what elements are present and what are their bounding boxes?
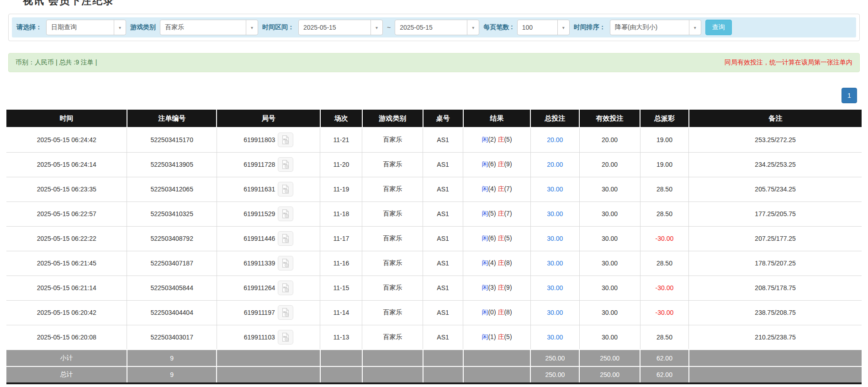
video-file-icon <box>281 307 291 318</box>
video-replay-button[interactable] <box>278 207 293 221</box>
table-row: 2025-05-15 06:22:22 522503408792 6199114… <box>6 226 862 251</box>
cell-round-id: 619911264 <box>217 276 320 300</box>
cell-round-id: 619911803 <box>217 127 320 152</box>
round-id-text: 619911728 <box>243 161 275 168</box>
total-bet-link[interactable]: 30.00 <box>547 309 563 316</box>
result-banker-label: 庄 <box>498 333 504 340</box>
cell-table-no: AS1 <box>423 226 463 251</box>
result-player-label: 闲 <box>482 308 488 316</box>
total-bet-link[interactable]: 30.00 <box>547 235 563 242</box>
cell-remark: 177.25/205.75 <box>689 201 862 226</box>
header-round-id: 局号 <box>217 109 320 127</box>
video-file-icon <box>281 209 291 219</box>
result-player-score: (4) <box>488 259 496 266</box>
header-table-no: 桌号 <box>423 109 463 127</box>
cell-round-id: 619911728 <box>217 152 320 177</box>
total-bet-link[interactable]: 20.00 <box>547 161 563 168</box>
result-banker-score: (5) <box>504 136 512 143</box>
round-id-text: 619911103 <box>244 334 275 341</box>
video-replay-button[interactable] <box>278 182 293 196</box>
cell-table-no: AS1 <box>423 251 463 276</box>
cell-time: 2025-05-15 06:23:35 <box>6 177 127 201</box>
cell-result: 闲(5) 庄(7) <box>463 201 531 226</box>
query-button[interactable]: 查询 <box>705 20 732 35</box>
header-payout: 总派彩 <box>640 109 689 127</box>
cell-bet-id: 522503405844 <box>127 276 217 300</box>
video-replay-button[interactable] <box>278 281 293 295</box>
cell-result: 闲(6) 庄(5) <box>463 226 531 251</box>
cell-payout: 28.50 <box>640 201 689 226</box>
cell-session: 11-20 <box>320 152 362 177</box>
cell-table-no: AS1 <box>423 325 463 350</box>
query-mode-select[interactable]: 日期查询 ▾ <box>46 20 126 35</box>
page-size-select[interactable]: 100 ▾ <box>517 20 570 35</box>
cell-total-bet: 30.00 <box>530 300 579 325</box>
cell-round-id: 619911529 <box>217 201 320 226</box>
total-bet-link[interactable]: 20.00 <box>547 136 563 143</box>
page-button-1[interactable]: 1 <box>842 88 857 103</box>
video-replay-button[interactable] <box>278 157 293 172</box>
video-replay-button[interactable] <box>278 133 293 147</box>
date-to-select[interactable]: 2025-05-15 ▾ <box>395 20 479 35</box>
chevron-down-icon: ▾ <box>370 20 382 35</box>
cell-table-no: AS1 <box>423 201 463 226</box>
date-from-select[interactable]: 2025-05-15 ▾ <box>298 20 383 35</box>
cell-bet-id: 522503408792 <box>127 226 217 251</box>
currency-summary-text: 币别：人民币 | 总共 :9 注单 | <box>16 58 97 67</box>
round-id-text: 619911197 <box>244 309 275 316</box>
sort-value: 降幂(由大到小) <box>610 23 662 32</box>
result-player-score: (0) <box>488 308 496 316</box>
total-bet-link[interactable]: 30.00 <box>547 284 563 292</box>
cell-total-bet: 20.00 <box>530 152 579 177</box>
chevron-down-icon: ▾ <box>689 20 701 35</box>
cell-time: 2025-05-15 06:24:14 <box>6 152 127 177</box>
cell-payout: 28.50 <box>640 177 689 201</box>
video-replay-button[interactable] <box>278 256 293 270</box>
page-title-clip: 视讯 会员下注纪录 <box>0 0 868 7</box>
cell-result: 闲(1) 庄(5) <box>463 325 531 350</box>
round-id-text: 619911446 <box>243 235 275 242</box>
total-bet-link[interactable]: 30.00 <box>547 210 563 217</box>
result-banker-label: 庄 <box>498 234 504 242</box>
valid-bet-notice: 同局有效投注，统一计算在该局第一张注单内 <box>725 58 852 67</box>
video-replay-button[interactable] <box>278 305 293 320</box>
cell-remark: 234.25/253.25 <box>689 152 862 177</box>
total-bet-link[interactable]: 30.00 <box>547 186 563 193</box>
result-banker-score: (7) <box>504 185 512 192</box>
sort-select[interactable]: 降幂(由大到小) ▾ <box>610 20 701 35</box>
cell-bet-id: 522503407187 <box>127 251 217 276</box>
video-file-icon <box>281 258 291 268</box>
cell-payout: -30.00 <box>640 300 689 325</box>
game-type-select[interactable]: 百家乐 ▾ <box>160 20 258 35</box>
table-row: 2025-05-15 06:24:14 522503413905 6199117… <box>6 152 862 177</box>
cell-time: 2025-05-15 06:24:42 <box>6 127 127 152</box>
chevron-down-icon: ▾ <box>467 20 479 35</box>
total-bet-link[interactable]: 30.00 <box>547 260 563 267</box>
cell-remark: 207.25/177.25 <box>689 226 862 251</box>
result-player-score: (5) <box>488 210 496 217</box>
header-session: 场次 <box>320 109 362 127</box>
video-file-icon <box>281 283 291 293</box>
pagination: 1 <box>0 88 857 103</box>
cell-game-type: 百家乐 <box>362 226 423 251</box>
cell-time: 2025-05-15 06:22:22 <box>6 226 127 251</box>
cell-bet-id: 522503404404 <box>127 300 217 325</box>
video-replay-button[interactable] <box>278 330 293 345</box>
total-bet-link[interactable]: 30.00 <box>547 334 563 341</box>
cell-table-no: AS1 <box>423 127 463 152</box>
cell-bet-id: 522503410325 <box>127 201 217 226</box>
round-id-text: 619911803 <box>243 136 275 143</box>
result-banker-score: (7) <box>504 210 512 217</box>
header-bet-id: 注单编号 <box>127 109 217 127</box>
date-range-label: 时间区间： <box>262 23 294 32</box>
cell-session: 11-13 <box>320 325 362 350</box>
cell-table-no: AS1 <box>423 300 463 325</box>
round-id-text: 619911631 <box>243 186 275 193</box>
video-replay-button[interactable] <box>278 231 293 246</box>
cell-total-bet: 30.00 <box>530 276 579 300</box>
table-footer: 小计 9 250.00 250.00 62.00 总计 9 250.00 250… <box>6 350 862 383</box>
cell-total-bet: 20.00 <box>530 127 579 152</box>
cell-result: 闲(4) 庄(7) <box>463 177 531 201</box>
table-row: 2025-05-15 06:22:57 522503410325 6199115… <box>6 201 862 226</box>
cell-payout: -30.00 <box>640 226 689 251</box>
